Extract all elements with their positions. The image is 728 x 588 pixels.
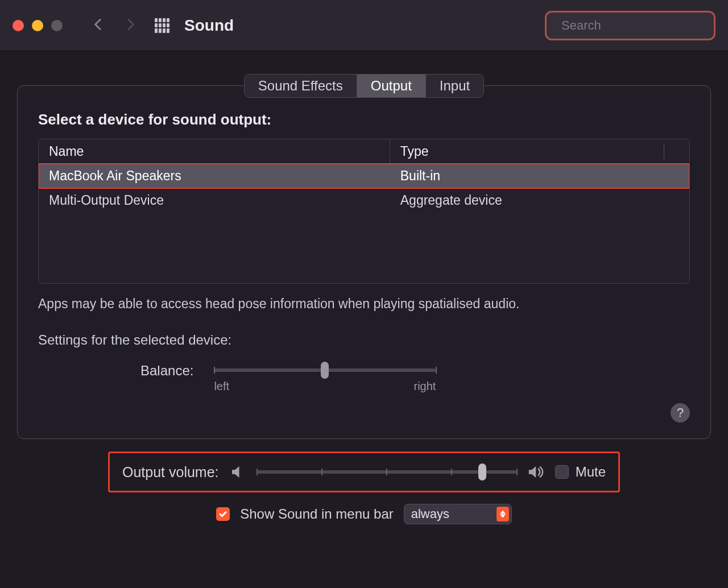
output-panel: Select a device for sound output: Name T… <box>17 85 711 439</box>
output-volume-label: Output volume: <box>122 464 219 481</box>
tab-output[interactable]: Output <box>357 74 426 97</box>
search-input[interactable] <box>561 18 718 33</box>
mute-label: Mute <box>576 464 606 480</box>
show-all-preferences-button[interactable] <box>155 18 169 33</box>
help-button[interactable]: ? <box>671 403 690 423</box>
back-button[interactable] <box>91 17 106 34</box>
output-volume-slider[interactable] <box>257 470 516 474</box>
window-controls <box>13 20 63 31</box>
device-row[interactable]: MacBook Air Speakers Built-in <box>39 164 689 188</box>
volume-high-icon <box>527 463 544 481</box>
balance-right-label: right <box>414 380 436 393</box>
balance-left-label: left <box>214 380 229 393</box>
tab-group: Sound Effects Output Input <box>244 74 484 98</box>
svg-marker-3 <box>500 515 506 518</box>
device-table: Name Type MacBook Air Speakers Built-in … <box>38 139 690 284</box>
volume-low-icon <box>229 463 246 481</box>
show-sound-menubar-checkbox[interactable] <box>216 507 230 521</box>
output-volume-row: Output volume: Mute <box>108 452 620 492</box>
column-header-type[interactable]: Type <box>400 144 429 159</box>
spatial-audio-note: Apps may be able to access head pose inf… <box>38 296 690 312</box>
device-name: Multi-Output Device <box>39 188 390 213</box>
forward-button <box>123 17 138 34</box>
device-type: Built-in <box>390 164 689 188</box>
device-table-body: MacBook Air Speakers Built-in Multi-Outp… <box>39 164 689 283</box>
menubar-row: Show Sound in menu bar always <box>17 504 711 524</box>
balance-slider[interactable] <box>214 368 436 372</box>
titlebar: Sound <box>0 0 728 51</box>
show-sound-menubar-label: Show Sound in menu bar <box>240 506 394 522</box>
svg-marker-2 <box>500 511 506 514</box>
search-field[interactable] <box>545 11 715 40</box>
select-stepper-icon <box>497 507 509 521</box>
balance-control: Balance: left right <box>38 362 690 393</box>
zoom-window-button <box>51 20 63 31</box>
device-settings-heading: Settings for the selected device: <box>38 332 690 348</box>
close-window-button[interactable] <box>13 20 24 31</box>
device-type: Aggregate device <box>390 188 689 213</box>
tab-bar: Sound Effects Output Input <box>17 74 711 98</box>
mute-checkbox[interactable] <box>555 465 569 479</box>
minimize-window-button[interactable] <box>32 20 43 31</box>
tab-input[interactable]: Input <box>426 74 483 97</box>
nav-arrows <box>91 17 138 34</box>
column-header-name[interactable]: Name <box>39 139 390 164</box>
output-volume-thumb[interactable] <box>478 463 486 481</box>
balance-slider-thumb[interactable] <box>321 362 329 379</box>
content-area: Sound Effects Output Input Select a devi… <box>0 51 728 524</box>
page-title: Sound <box>184 16 234 35</box>
menubar-visibility-select[interactable]: always <box>404 504 512 524</box>
balance-label: Balance: <box>140 362 193 379</box>
select-device-heading: Select a device for sound output: <box>38 111 690 129</box>
device-table-header: Name Type <box>39 139 689 164</box>
device-row[interactable]: Multi-Output Device Aggregate device <box>39 188 689 213</box>
device-name: MacBook Air Speakers <box>39 164 390 188</box>
mute-control: Mute <box>555 464 606 480</box>
tab-sound-effects[interactable]: Sound Effects <box>245 74 357 97</box>
select-value: always <box>411 507 449 521</box>
